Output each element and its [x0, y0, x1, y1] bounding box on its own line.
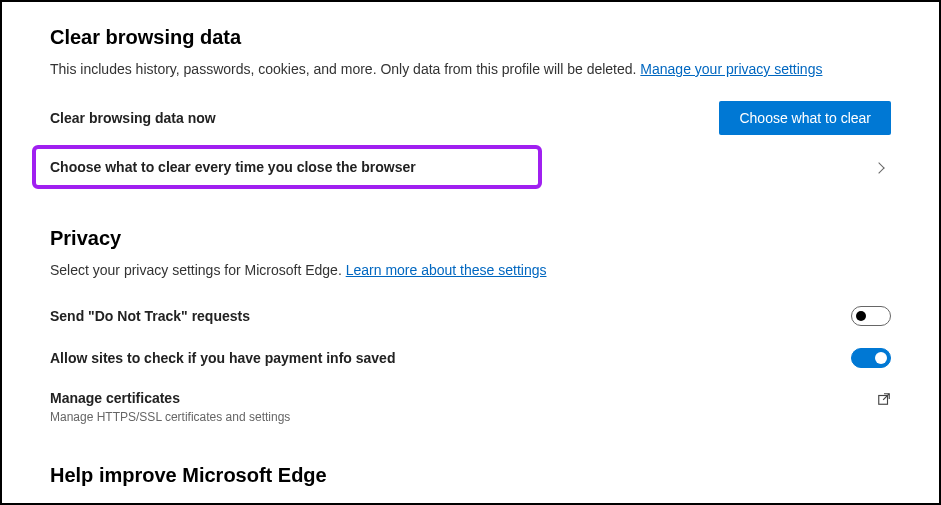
clear-data-description: This includes history, passwords, cookie…: [50, 61, 891, 77]
privacy-title: Privacy: [50, 227, 891, 250]
help-improve-title: Help improve Microsoft Edge: [50, 464, 891, 487]
chevron-right-icon: [875, 158, 891, 176]
manage-certificates-subtitle: Manage HTTPS/SSL certificates and settin…: [50, 410, 290, 424]
do-not-track-toggle[interactable]: [851, 306, 891, 326]
privacy-section: Privacy Select your privacy settings for…: [50, 227, 891, 424]
choose-clear-on-close-label: Choose what to clear every time you clos…: [50, 159, 416, 175]
do-not-track-row: Send "Do Not Track" requests: [50, 306, 891, 326]
choose-clear-on-close-row[interactable]: Choose what to clear every time you clos…: [32, 145, 542, 189]
learn-more-link[interactable]: Learn more about these settings: [346, 262, 547, 278]
payment-info-toggle[interactable]: [851, 348, 891, 368]
privacy-description: Select your privacy settings for Microso…: [50, 262, 891, 278]
clear-data-title: Clear browsing data: [50, 26, 891, 49]
manage-certificates-title: Manage certificates: [50, 390, 290, 406]
choose-what-to-clear-button[interactable]: Choose what to clear: [719, 101, 891, 135]
manage-certificates-row[interactable]: Manage certificates Manage HTTPS/SSL cer…: [50, 390, 891, 424]
payment-info-label: Allow sites to check if you have payment…: [50, 350, 395, 366]
clear-now-row: Clear browsing data now Choose what to c…: [50, 101, 891, 135]
help-improve-section: Help improve Microsoft Edge: [50, 464, 891, 487]
manage-privacy-settings-link[interactable]: Manage your privacy settings: [640, 61, 822, 77]
payment-info-row: Allow sites to check if you have payment…: [50, 348, 891, 368]
external-link-icon: [877, 392, 891, 410]
do-not-track-label: Send "Do Not Track" requests: [50, 308, 250, 324]
clear-now-label: Clear browsing data now: [50, 110, 216, 126]
clear-browsing-data-section: Clear browsing data This includes histor…: [50, 26, 891, 189]
